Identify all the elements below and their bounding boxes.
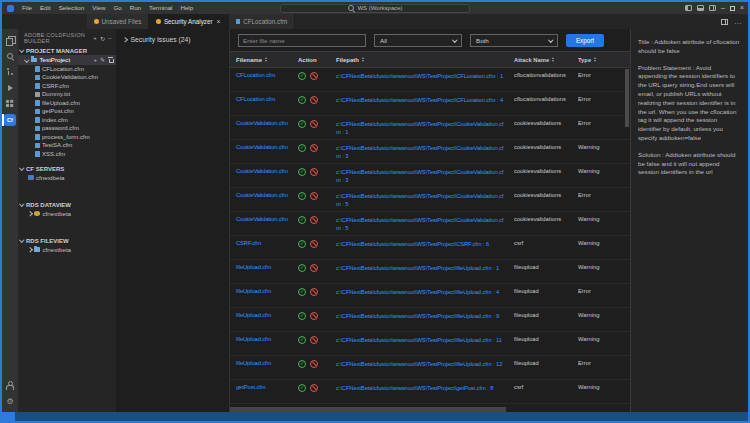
mark-resolved-icon[interactable]: ✓ — [298, 72, 306, 80]
accounts-icon[interactable] — [2, 377, 18, 393]
filepath-link[interactable]: c:\CFNextBeta\cfusion\wwwroot\WS\TestPro… — [336, 360, 514, 369]
coldfusion-icon[interactable]: Cf — [2, 112, 18, 128]
more-actions-icon[interactable]: … — [734, 19, 742, 24]
filename-link[interactable]: fileUpload.cfm — [236, 264, 296, 270]
filepath-link[interactable]: c:\CFNextBeta\cfusion\wwwroot\WS\TestPro… — [336, 120, 514, 138]
remote-indicator[interactable] — [2, 412, 15, 421]
sort-icon[interactable] — [265, 57, 267, 62]
mark-resolved-icon[interactable]: ✓ — [298, 384, 306, 392]
filepath-link[interactable]: c:\CFNextBeta\cfusion\wwwroot\WS\TestPro… — [336, 192, 514, 210]
filepath-link[interactable]: c:\CFNextBeta\cfusion\wwwroot\WS\TestPro… — [336, 96, 514, 105]
sort-icon[interactable] — [594, 57, 596, 62]
tree-item-process-form-cfm[interactable]: process_form.cfm — [18, 133, 116, 142]
filename-link[interactable]: CookieValidation.cfm — [236, 144, 296, 150]
filename-link[interactable]: CookieValidation.cfm — [236, 168, 296, 174]
ignore-issue-icon[interactable] — [310, 144, 318, 152]
ignore-issue-icon[interactable] — [310, 360, 318, 368]
filename-link[interactable]: fileUpload.cfm — [236, 336, 296, 342]
ignore-issue-icon[interactable] — [310, 288, 318, 296]
filepath-link[interactable]: c:\CFNextBeta\cfusion\wwwroot\WS\TestPro… — [336, 288, 514, 297]
mark-resolved-icon[interactable]: ✓ — [298, 144, 306, 152]
column-header-filename[interactable]: Filename — [230, 57, 296, 63]
maximize-button[interactable] — [730, 6, 735, 11]
tree-item-testsa-cfm[interactable]: TestSA.cfm — [18, 141, 116, 150]
split-editor-icon[interactable] — [721, 19, 728, 25]
tree-item-password-cfm[interactable]: password.cfm — [18, 124, 116, 133]
section-rds-dataview[interactable]: RDS DATAVIEW — [18, 200, 116, 209]
security-issues-header[interactable]: Security Issues (24) — [117, 34, 229, 45]
filename-link[interactable]: fileUpload.cfm — [236, 312, 296, 318]
mark-resolved-icon[interactable]: ✓ — [298, 360, 306, 368]
mark-resolved-icon[interactable]: ✓ — [298, 96, 306, 104]
ignore-issue-icon[interactable] — [310, 168, 318, 176]
command-center[interactable]: WS (Workspace) — [280, 4, 470, 13]
filename-link[interactable]: CookieValidation.cfm — [236, 192, 296, 198]
tree-item-getpost-cfm[interactable]: getPost.cfm — [18, 107, 116, 116]
vertical-scrollbar[interactable] — [625, 69, 629, 404]
type-filter-select[interactable]: Both — [470, 34, 558, 47]
ignore-issue-icon[interactable] — [310, 264, 318, 272]
close-icon[interactable]: × — [217, 18, 221, 25]
menu-item-file[interactable]: File — [18, 2, 36, 14]
export-button[interactable]: Export — [566, 34, 604, 47]
menu-item-run[interactable]: Run — [126, 2, 145, 14]
filename-link[interactable]: getPost.cfm — [236, 384, 296, 390]
edit-icon[interactable]: ✎ — [100, 56, 105, 63]
tree-item-rds-dataview[interactable]: cfnextbeta — [18, 209, 116, 218]
ignore-issue-icon[interactable] — [310, 72, 318, 80]
section-project-manager[interactable]: PROJECT MANAGER — [18, 46, 116, 55]
extensions-icon[interactable] — [2, 96, 18, 112]
mark-resolved-icon[interactable]: ✓ — [298, 192, 306, 200]
attack-filter-select[interactable]: All — [374, 34, 462, 47]
tree-item-csrf-cfm[interactable]: CSRF.cfm — [18, 82, 116, 91]
filename-link[interactable]: CFLocation.cfm — [236, 96, 296, 102]
menu-item-go[interactable]: Go — [109, 2, 125, 14]
tree-item-cf-server[interactable]: cfnextbeta — [18, 173, 116, 182]
tree-item-xss-cfm[interactable]: XSS.cfm — [18, 150, 116, 159]
menu-item-terminal[interactable]: Terminal — [145, 2, 176, 14]
filepath-link[interactable]: c:\CFNextBeta\cfusion\wwwroot\WS\TestPro… — [336, 144, 514, 162]
new-file-icon[interactable]: + — [93, 57, 97, 63]
filename-link[interactable]: CookieValidation.cfm — [236, 120, 296, 126]
search-activity-icon[interactable] — [2, 48, 18, 64]
tab-unsaved-files[interactable]: Unsaved Files — [87, 14, 149, 29]
ignore-issue-icon[interactable] — [310, 384, 318, 392]
column-header-attack-name[interactable]: Attack Name — [514, 57, 578, 63]
ignore-issue-icon[interactable] — [310, 192, 318, 200]
menu-item-edit[interactable]: Edit — [36, 2, 55, 14]
filepath-link[interactable]: c:\CFNextBeta\cfusion\wwwroot\WS\TestPro… — [336, 336, 514, 345]
sort-icon[interactable] — [552, 57, 554, 62]
tree-item-testproject[interactable]: TestProject + ✎ — [18, 55, 116, 65]
filepath-link[interactable]: c:\CFNextBeta\cfusion\wwwroot\WS\TestPro… — [336, 384, 514, 393]
scrollbar-thumb[interactable] — [230, 407, 506, 412]
filepath-link[interactable]: c:\CFNextBeta\cfusion\wwwroot\WS\TestPro… — [336, 312, 514, 321]
section-cf-servers[interactable]: CF SERVERS — [18, 164, 116, 173]
file-name-input[interactable] — [238, 34, 366, 47]
menu-item-help[interactable]: Help — [176, 2, 197, 14]
sort-icon[interactable] — [362, 57, 364, 62]
filepath-link[interactable]: c:\CFNextBeta\cfusion\wwwroot\WS\TestPro… — [336, 240, 514, 249]
tab-security-analyzer[interactable]: Security Analyzer× — [149, 14, 228, 29]
menu-item-selection[interactable]: Selection — [55, 2, 88, 14]
delete-icon[interactable] — [108, 57, 113, 63]
mark-resolved-icon[interactable]: ✓ — [298, 264, 306, 272]
tree-item-fileupload-cfm[interactable]: fileUpload.cfm — [18, 99, 116, 108]
filepath-link[interactable]: c:\CFNextBeta\cfusion\wwwroot\WS\TestPro… — [336, 168, 514, 186]
tree-item-index-cfm[interactable]: index.cfm — [18, 116, 116, 125]
tree-item-dummy-txt[interactable]: Dummy.txt — [18, 90, 116, 99]
refresh-icon[interactable]: ↻ — [100, 35, 105, 42]
filename-link[interactable]: CSRF.cfm — [236, 240, 296, 246]
tab-cflocation-cfm[interactable]: CFLocation.cfm — [229, 14, 296, 29]
filename-link[interactable]: CookieValidation.cfm — [236, 216, 296, 222]
minimize-button[interactable]: – — [721, 5, 725, 11]
run-debug-icon[interactable] — [2, 80, 18, 96]
mark-resolved-icon[interactable]: ✓ — [298, 216, 306, 224]
ignore-issue-icon[interactable] — [310, 312, 318, 320]
filepath-link[interactable]: c:\CFNextBeta\cfusion\wwwroot\WS\TestPro… — [336, 264, 514, 273]
close-button[interactable]: × — [740, 5, 744, 11]
ignore-issue-icon[interactable] — [310, 336, 318, 344]
filename-link[interactable]: fileUpload.cfm — [236, 288, 296, 294]
mark-resolved-icon[interactable]: ✓ — [298, 312, 306, 320]
explorer-icon[interactable] — [2, 32, 18, 48]
menu-item-view[interactable]: View — [88, 2, 109, 14]
